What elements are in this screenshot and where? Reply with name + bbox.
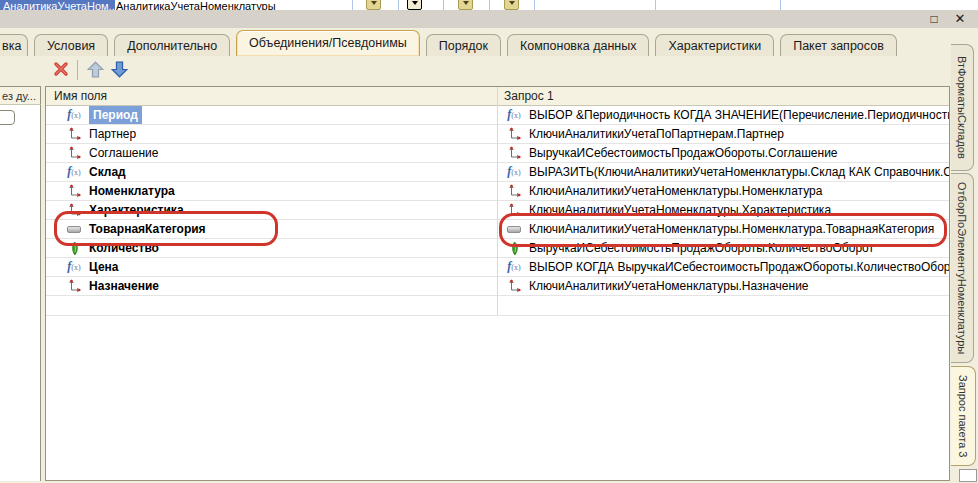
toolbar <box>0 56 978 86</box>
tab-вка[interactable]: вка <box>0 34 28 56</box>
field-name-cell[interactable]: Номенклатура <box>46 182 498 200</box>
dimension-icon <box>507 127 521 141</box>
field-name-cell[interactable]: Назначение <box>46 277 498 295</box>
dimension-icon <box>507 203 521 217</box>
cell-separator <box>489 0 490 10</box>
left-fragment-body <box>0 105 41 481</box>
field-name-cell[interactable]: ТоварнаяКатегория <box>46 220 498 238</box>
query-value-cell[interactable]: КлючиАналитикиУчетаПоПартнерам.Партнер <box>498 125 949 143</box>
chevron-down-icon <box>509 1 515 5</box>
move-up-icon <box>87 61 104 78</box>
right-tab-1[interactable]: ВтФорматыСкладов <box>951 44 974 171</box>
delete-button[interactable] <box>50 59 72 81</box>
category-icon <box>67 226 81 233</box>
query-value-cell[interactable]: ВыручкаИСебестоимостьПродажОбороты.Колич… <box>498 239 949 257</box>
background-table-row: АналитикаУчетаНом... АналитикаУчетаНомен… <box>0 0 978 10</box>
right-tab-strip: ВтФорматыСкладовОтборПоЭлементуНоменклат… <box>951 28 978 483</box>
function-icon: f(x) <box>507 165 520 179</box>
column-header-field-name[interactable]: Имя поля <box>46 87 498 105</box>
cell-separator <box>655 0 656 10</box>
query-value: КлючиАналитикиУчетаНоменклатуры.Номенкла… <box>529 183 822 200</box>
field-name-cell[interactable]: Характеристика <box>46 201 498 219</box>
query-value-cell[interactable]: КлючиАналитикиУчетаНоменклатуры.Характер… <box>498 201 949 219</box>
move-down-icon <box>111 61 128 78</box>
query-value-cell[interactable]: КлючиАналитикиУчетаНоменклатуры.Номенкла… <box>498 220 949 238</box>
query-value: КлючиАналитикиУчетаНоменклатуры.Назначен… <box>529 278 809 295</box>
field-name-cell[interactable]: f(x)Склад <box>46 163 498 181</box>
fields-table: Имя поля Запрос 1 f(x)Периодf(x)ВЫБОР &П… <box>45 86 950 481</box>
dimension-icon <box>67 279 81 293</box>
field-name: Номенклатура <box>89 183 175 200</box>
query-value-cell[interactable]: f(x)ВЫБОР КОГДА ВыручкаИСебестоимостьПро… <box>498 258 949 276</box>
tab-пакет-запросов[interactable]: Пакет запросов <box>780 34 897 56</box>
query-designer-window: АналитикаУчетаНом... АналитикаУчетаНомен… <box>0 0 978 483</box>
tab-дополнительно[interactable]: Дополнительно <box>114 34 230 56</box>
dimension-icon <box>67 184 81 198</box>
function-icon: f(x) <box>67 260 80 274</box>
dimension-icon <box>507 279 521 293</box>
field-name: Соглашение <box>89 145 158 162</box>
left-fragment-header: ез ду... <box>0 86 41 105</box>
toolbar-separator <box>77 60 78 80</box>
query-value: КлючиАналитикиУчетаПоПартнерам.Партнер <box>529 126 784 143</box>
chevron-down-icon <box>463 1 469 5</box>
clipped-control[interactable] <box>0 110 15 125</box>
query-value-cell[interactable]: КлючиАналитикиУчетаНоменклатуры.Назначен… <box>498 277 949 295</box>
background-value-cell[interactable]: АналитикаУчетаНоменклатуры <box>116 0 350 10</box>
cell-separator <box>443 0 444 10</box>
query-value: ВЫБОР КОГДА ВыручкаИСебестоимостьПродажО… <box>529 259 949 276</box>
query-value: ВыручкаИСебестоимостьПродажОбороты.Согла… <box>529 145 838 162</box>
function-icon: f(x) <box>507 260 520 274</box>
field-name-cell[interactable]: Соглашение <box>46 144 498 162</box>
field-name: Назначение <box>89 278 159 295</box>
dropdown-button-focused[interactable] <box>407 0 422 10</box>
query-value: КлючиАналитикиУчетаНоменклатуры.Характер… <box>529 202 831 219</box>
field-name: Период <box>89 106 142 124</box>
function-icon: f(x) <box>67 165 80 179</box>
background-selected-cell[interactable]: АналитикаУчетаНом... <box>0 0 115 10</box>
query-value-cell[interactable]: f(x)ВЫБОР &Периодичность КОГДА ЗНАЧЕНИЕ(… <box>498 106 949 124</box>
tab-порядок[interactable]: Порядок <box>426 34 501 56</box>
chevron-down-icon <box>371 1 377 5</box>
field-name-cell[interactable]: Партнер <box>46 125 498 143</box>
category-icon <box>507 226 521 233</box>
field-name-cell[interactable]: f(x)Период <box>46 106 498 124</box>
dimension-icon <box>67 203 81 217</box>
tab-компоновка-данных[interactable]: Компоновка данных <box>507 34 650 56</box>
column-header-query1[interactable]: Запрос 1 <box>498 87 949 105</box>
dropdown-button[interactable] <box>504 0 519 10</box>
query-value: ВыручкаИСебестоимостьПродажОбороты.Колич… <box>529 240 874 257</box>
field-name: Цена <box>89 259 119 276</box>
tab-bar: вкаУсловияДополнительноОбъединения/Псевд… <box>0 28 978 56</box>
field-name: Количество <box>89 240 159 257</box>
field-name: ТоварнаяКатегория <box>89 221 206 238</box>
field-name-cell[interactable]: f(x)Цена <box>46 258 498 276</box>
tab-характеристики[interactable]: Характеристики <box>655 34 774 56</box>
dimension-icon <box>507 146 521 160</box>
right-tab-3[interactable]: Запрос пакета 3 <box>951 366 976 466</box>
maximize-button[interactable]: □ <box>924 10 944 28</box>
query-value-cell[interactable]: ВыручкаИСебестоимостьПродажОбороты.Согла… <box>498 144 949 162</box>
field-name: Склад <box>89 164 126 181</box>
dimension-icon <box>507 184 521 198</box>
left-fragment-panel: ез ду... <box>0 86 41 481</box>
dimension-icon <box>67 127 81 141</box>
field-name: Партнер <box>89 126 136 143</box>
cell-separator <box>534 0 535 10</box>
move-down-button[interactable] <box>108 59 130 81</box>
right-tab-2[interactable]: ОтборПоЭлементуНоменклатуры <box>951 173 974 363</box>
field-name-cell[interactable]: Количество <box>46 239 498 257</box>
tab-условия[interactable]: Условия <box>34 34 108 56</box>
column-separator <box>497 87 498 315</box>
dropdown-button[interactable] <box>366 0 381 10</box>
query-value-cell[interactable]: f(x)ВЫРАЗИТЬ(КлючиАналитикиУчетаНоменкла… <box>498 163 949 181</box>
tab-объединения-псевдонимы[interactable]: Объединения/Псевдонимы <box>236 30 420 56</box>
dropdown-button[interactable] <box>458 0 473 10</box>
close-button[interactable]: ✕ <box>950 10 970 28</box>
move-up-button[interactable] <box>84 59 106 81</box>
cell-separator <box>398 0 399 10</box>
resource-icon <box>68 241 80 256</box>
query-value: ВЫРАЗИТЬ(КлючиАналитикиУчетаНоменклатуры… <box>529 164 949 181</box>
window-corner-fragment <box>959 469 977 482</box>
query-value-cell[interactable]: КлючиАналитикиУчетаНоменклатуры.Номенкла… <box>498 182 949 200</box>
